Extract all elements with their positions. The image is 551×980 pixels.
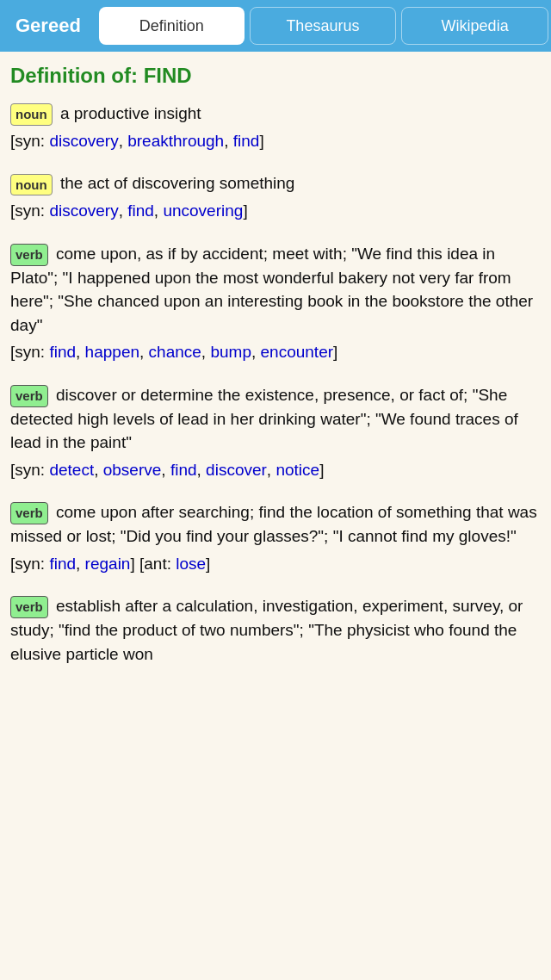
syn-link[interactable]: discovery xyxy=(49,202,118,220)
tab-bar: Definition Thesaurus Wikipedia xyxy=(96,0,551,52)
syn-link[interactable]: observe xyxy=(103,461,162,479)
syn-link[interactable]: find xyxy=(233,132,260,150)
syn-link[interactable]: breakthrough xyxy=(127,132,224,150)
syn-link[interactable]: find xyxy=(49,555,76,573)
tab-wikipedia[interactable]: Wikipedia xyxy=(401,7,548,45)
main-content: Definition of: FIND noun a productive in… xyxy=(0,52,551,980)
app-brand: Gereed xyxy=(0,15,96,37)
pos-badge-verb: verb xyxy=(10,502,48,524)
syn-link[interactable]: bump xyxy=(210,343,251,361)
syn-link[interactable]: happen xyxy=(85,343,139,361)
header: Gereed Definition Thesaurus Wikipedia xyxy=(0,0,551,52)
syn-link[interactable]: discover xyxy=(206,461,267,479)
page-title: Definition of: FIND xyxy=(10,64,541,88)
tab-thesaurus[interactable]: Thesaurus xyxy=(250,7,397,45)
syn-link[interactable]: discovery xyxy=(49,132,118,150)
syn-link[interactable]: find xyxy=(49,343,76,361)
pos-badge-verb: verb xyxy=(10,244,48,266)
synonyms-line: [syn: find, happen, chance, bump, encoun… xyxy=(10,340,541,364)
synonyms-line: [syn: detect, observe, find, discover, n… xyxy=(10,458,541,482)
list-item: verb come upon after searching; find the… xyxy=(10,500,541,575)
list-item: verb discover or determine the existence… xyxy=(10,383,541,482)
pos-badge-verb: verb xyxy=(10,385,48,407)
tab-definition[interactable]: Definition xyxy=(99,7,245,45)
syn-link[interactable]: uncovering xyxy=(163,202,243,220)
pos-badge-verb: verb xyxy=(10,596,48,618)
synonyms-line: [syn: find, regain] [ant: lose] xyxy=(10,552,541,576)
ant-link[interactable]: lose xyxy=(176,555,206,573)
syn-link[interactable]: regain xyxy=(85,555,131,573)
list-item: verb establish after a calculation, inve… xyxy=(10,594,541,666)
synonyms-line: [syn: discovery, breakthrough, find] xyxy=(10,129,541,153)
syn-link[interactable]: notice xyxy=(276,461,319,479)
syn-link[interactable]: detect xyxy=(49,461,94,479)
pos-badge-noun: noun xyxy=(10,174,53,196)
list-item: noun a productive insight [syn: discover… xyxy=(10,102,541,152)
pos-badge-noun: noun xyxy=(10,103,53,126)
syn-link[interactable]: chance xyxy=(149,343,201,361)
syn-link[interactable]: find xyxy=(170,461,197,479)
syn-link[interactable]: find xyxy=(127,202,154,220)
synonyms-line: [syn: discovery, find, uncovering] xyxy=(10,199,541,223)
syn-link[interactable]: encounter xyxy=(261,343,334,361)
list-item: noun the act of discovering something [s… xyxy=(10,171,541,222)
list-item: verb come upon, as if by accident; meet … xyxy=(10,242,541,364)
